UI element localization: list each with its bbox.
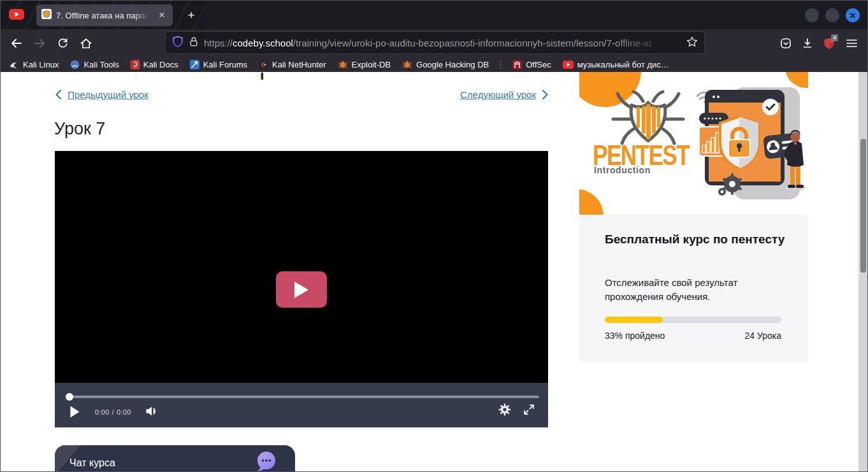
page-content: Предыдущий урок Следующий урок Урок 7 bbox=[1, 72, 868, 472]
downloads-button[interactable] bbox=[798, 34, 817, 53]
lock-icon[interactable] bbox=[189, 36, 199, 50]
bookmark-music-bot[interactable]: музыкальный бот дис… bbox=[563, 60, 669, 69]
big-play-button[interactable] bbox=[276, 271, 327, 308]
bookmark-kali-nethunter[interactable]: Kali NetHunter bbox=[259, 60, 326, 69]
reload-icon bbox=[57, 38, 68, 49]
bookmark-kali-linux[interactable]: Kali Linux bbox=[10, 60, 59, 69]
kali-docs-icon bbox=[131, 60, 140, 69]
bookmarks-separator bbox=[500, 61, 501, 69]
tracking-protection-shield-icon[interactable] bbox=[172, 36, 184, 50]
bookmark-google-hacking-db[interactable]: Google Hacking DB bbox=[402, 60, 489, 69]
bookmark-offsec[interactable]: OffSec bbox=[512, 60, 551, 69]
volume-button[interactable] bbox=[144, 404, 159, 417]
offsec-icon bbox=[512, 60, 522, 69]
bookmark-kali-tools[interactable]: Kali Tools bbox=[70, 60, 119, 69]
fullscreen-button[interactable] bbox=[522, 403, 536, 417]
course-progress-card: Бесплатный курс по пентесту Отслеживайте… bbox=[579, 215, 808, 362]
duration: 0:00 bbox=[117, 408, 131, 416]
current-time: 0:00 bbox=[95, 408, 110, 416]
titlebar: 7. Offline атака на пароли ✕ + ✕ bbox=[1, 1, 868, 29]
reload-button[interactable] bbox=[53, 34, 72, 53]
fullscreen-icon bbox=[523, 404, 535, 415]
back-arrow-icon bbox=[11, 38, 22, 48]
tab-close-icon[interactable]: ✕ bbox=[156, 10, 168, 21]
url-text[interactable]: https://codeby.school/training/view/urok… bbox=[204, 38, 681, 48]
brand-subtitle: Introduction bbox=[594, 165, 651, 175]
bookmarks-bar: Kali Linux Kali Tools Kali Docs Kali For… bbox=[1, 57, 868, 72]
pinned-tab-youtube[interactable] bbox=[7, 8, 26, 22]
window-maximize-button[interactable] bbox=[825, 8, 839, 22]
chevron-right-icon bbox=[542, 89, 549, 100]
active-tab[interactable]: 7. Offline атака на пароли ✕ bbox=[36, 4, 173, 26]
play-button[interactable] bbox=[68, 403, 82, 420]
home-button[interactable] bbox=[76, 34, 96, 53]
exploit-db-bug-icon bbox=[338, 61, 348, 69]
youtube-icon bbox=[9, 9, 24, 22]
download-icon bbox=[802, 38, 813, 49]
play-icon bbox=[69, 405, 80, 418]
tab-title: 7. Offline атака на пароли bbox=[56, 11, 152, 20]
seek-handle[interactable] bbox=[66, 393, 73, 401]
course-card-title: Бесплатный курс по пентесту bbox=[605, 231, 790, 248]
prev-lesson-label[interactable]: Предыдущий урок bbox=[68, 89, 148, 100]
adblock-badge: 4 bbox=[831, 34, 838, 41]
volume-icon bbox=[145, 406, 159, 417]
orange-blob-decoration bbox=[579, 189, 604, 215]
google-hacking-db-bug-icon bbox=[402, 61, 412, 69]
bookmark-kali-docs[interactable]: Kali Docs bbox=[131, 60, 178, 69]
chevron-left-icon bbox=[55, 89, 62, 100]
page-scrollbar-track[interactable] bbox=[858, 72, 868, 472]
course-chat-widget[interactable]: Чат курса bbox=[55, 445, 295, 472]
url-host: codeby.school bbox=[233, 38, 293, 48]
kali-linux-icon bbox=[10, 61, 19, 69]
browser-window: 7. Offline атака на пароли ✕ + ✕ https:/… bbox=[0, 0, 868, 472]
settings-button[interactable] bbox=[497, 402, 512, 417]
kali-forums-icon bbox=[190, 60, 199, 69]
window-minimize-button[interactable] bbox=[805, 8, 819, 22]
url-bar[interactable]: https://codeby.school/training/view/urok… bbox=[165, 31, 705, 54]
course-card-description: Отслеживайте свой результат прохождения … bbox=[605, 276, 796, 304]
progress-bar bbox=[605, 317, 781, 323]
window-close-button[interactable]: ✕ bbox=[846, 8, 860, 22]
bookmark-exploit-db[interactable]: Exploit-DB bbox=[338, 60, 391, 69]
progress-percent-label: 33% пройдено bbox=[605, 331, 665, 341]
video-player: 0:00/0:00 bbox=[55, 151, 548, 427]
youtube-icon bbox=[563, 61, 574, 69]
menu-button[interactable] bbox=[842, 34, 861, 53]
time-separator: / bbox=[112, 408, 114, 416]
adblock-extension-button[interactable]: 4 bbox=[820, 34, 839, 53]
new-tab-button[interactable]: + bbox=[183, 7, 199, 24]
player-controls-bar: 0:00/0:00 bbox=[55, 383, 548, 427]
home-icon bbox=[80, 38, 92, 49]
total-lessons-label: 24 Урока bbox=[744, 331, 781, 341]
play-icon bbox=[293, 280, 310, 299]
forward-button[interactable] bbox=[30, 34, 49, 53]
lesson-title: Урок 7 bbox=[54, 119, 105, 139]
prev-lesson-link[interactable]: Предыдущий урок bbox=[55, 89, 148, 100]
pocket-icon bbox=[780, 38, 792, 49]
next-lesson-label[interactable]: Следующий урок bbox=[460, 89, 536, 100]
seek-bar[interactable] bbox=[67, 396, 539, 398]
kali-nethunter-icon bbox=[259, 60, 268, 69]
video-surface[interactable] bbox=[55, 151, 548, 383]
gear-icon bbox=[498, 403, 511, 416]
url-path: /training/view/uroki-po-auditu-bezopasno… bbox=[293, 38, 652, 48]
time-display: 0:00/0:00 bbox=[95, 408, 134, 416]
back-button[interactable] bbox=[7, 34, 26, 53]
url-scheme: https:// bbox=[204, 38, 233, 48]
progress-fill bbox=[605, 317, 663, 323]
bookmark-star-icon[interactable] bbox=[686, 36, 698, 50]
codeby-favicon bbox=[41, 9, 52, 22]
chat-title: Чат курса bbox=[69, 457, 115, 469]
bookmark-kali-forums[interactable]: Kali Forums bbox=[190, 60, 247, 69]
kali-tools-icon bbox=[70, 60, 80, 69]
hamburger-menu-icon bbox=[846, 39, 857, 48]
security-illustration bbox=[694, 81, 808, 208]
chat-bubble-icon[interactable] bbox=[256, 450, 277, 472]
course-banner: PENTEST Introduction bbox=[579, 72, 808, 215]
forward-arrow-icon bbox=[34, 38, 45, 48]
page-scrollbar-thumb[interactable] bbox=[860, 139, 866, 273]
next-lesson-link[interactable]: Следующий урок bbox=[460, 89, 549, 100]
pocket-button[interactable] bbox=[776, 34, 795, 53]
cutoff-heading-fragment bbox=[261, 73, 263, 80]
